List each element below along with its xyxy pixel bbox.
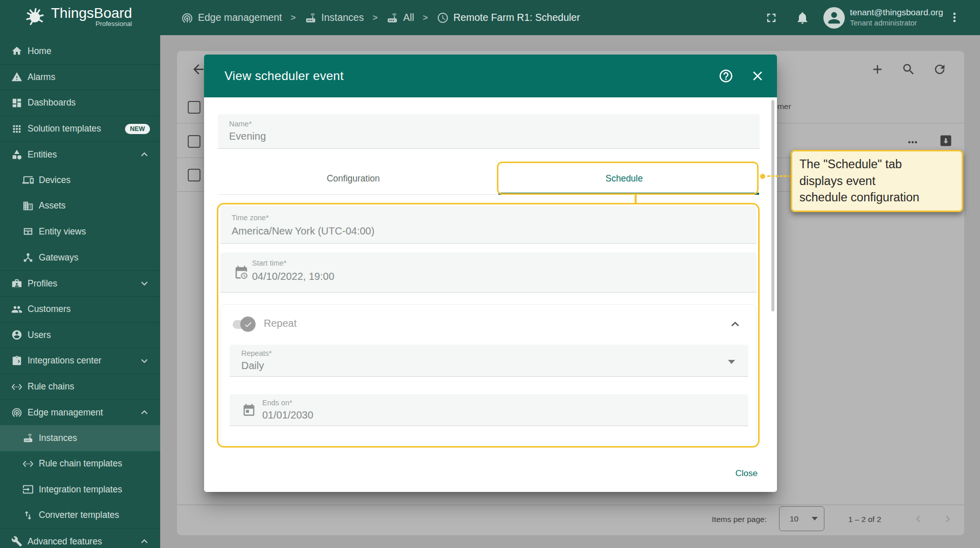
notifications-button[interactable] [795,11,810,25]
sidebar-item-rule-chains[interactable]: Rule chains [0,374,160,400]
sidebar-item-label: Assets [39,200,66,211]
start-time-label: Start time* [252,259,287,267]
chevron-right-icon [941,512,954,526]
breadcrumb-item[interactable]: Remote Farm R1: Scheduler [437,12,580,24]
overflow-menu-button[interactable] [947,10,962,24]
sidebar-item-alarms[interactable]: Alarms [0,64,160,90]
alarms-icon [11,71,22,83]
profiles-icon [11,278,22,289]
sidebar-item-label: Edge management [28,407,103,418]
row-actions-button[interactable] [906,136,919,149]
tab-schedule[interactable]: Schedule [489,163,760,194]
edge-management-icon [181,12,193,24]
calendar-clock-icon [234,265,249,280]
ends-on-field[interactable]: Ends on* 01/01/2030 [230,394,748,426]
repeats-label: Repeats* [241,349,272,357]
devices-icon [22,174,34,186]
search-button[interactable] [901,62,916,76]
sidebar-item-advanced-features[interactable]: Advanced features [0,528,160,548]
timezone-value: America/New York (UTC-04:00) [232,225,374,237]
annotation-connector-dash [767,175,791,177]
repeats-select[interactable]: Repeats* Daily [230,345,748,377]
solution-templates-icon [11,123,22,135]
sidebar-item-home[interactable]: Home [0,38,160,64]
breadcrumb-item[interactable]: All [386,12,414,24]
timezone-field[interactable]: Time zone* America/New York (UTC-04:00) [220,206,757,244]
breadcrumb-item[interactable]: Instances [305,12,364,24]
sidebar-item-rule-chain-templates[interactable]: Rule chain templates [0,451,160,477]
sidebar-item-label: Solution templates [28,123,101,134]
close-button[interactable]: Close [726,463,767,484]
app-logo[interactable]: ThingsBoard Professional [23,5,132,28]
tab-configuration[interactable]: Configuration [218,163,489,194]
new-badge: NEW [125,124,150,134]
collapse-button[interactable] [728,318,742,331]
name-label: Name* [229,120,252,128]
annotation-connector-dot [760,174,765,179]
start-time-field[interactable]: Start time* 04/10/2022, 19:00 [220,252,757,293]
chevron-up-icon [728,318,742,331]
breadcrumb-label: Edge management [198,12,282,23]
select-all-checkbox[interactable] [188,101,200,114]
user-email: tenant@thingsboard.org [850,7,943,18]
sidebar-item-profiles[interactable]: Profiles [0,270,160,296]
scheduler-icon [437,12,449,24]
items-per-page-label: Items per page: [704,515,767,524]
fullscreen-button[interactable] [764,11,778,25]
sidebar-item-dashboards[interactable]: Dashboards [0,90,160,116]
breadcrumb-label: All [403,12,414,23]
sidebar-item-solution-templates[interactable]: Solution templatesNEW [0,116,160,142]
more-horiz-icon [906,136,919,149]
page-size-value: 10 [790,514,798,524]
top-bar: ThingsBoard Professional Edge management… [0,0,980,35]
sidebar-item-label: Instances [39,433,77,443]
sidebar-item-integrations-center[interactable]: Integrations center [0,348,160,374]
instances-icon [305,12,317,24]
chevron-down-icon [139,355,150,367]
tab-ink-bar [498,193,759,195]
sidebar-item-label: Converter templates [39,510,119,520]
row-checkbox[interactable] [188,169,200,181]
sidebar-item-converter-templates[interactable]: Converter templates [0,503,160,529]
sidebar-item-entity-views[interactable]: Entity views [0,219,160,245]
repeat-toggle[interactable] [233,316,256,332]
start-time-value: 04/10/2022, 19:00 [252,271,334,282]
sidebar-item-label: Gateways [39,252,79,263]
chevron-left-icon [912,512,925,526]
previous-page-button[interactable] [912,512,925,526]
sidebar-item-instances[interactable]: Instances [0,425,160,451]
sidebar-item-integration-templates[interactable]: Integration templates [0,477,160,503]
dialog-close-button[interactable] [750,68,765,84]
dialog-tabs: Configuration Schedule [218,163,760,195]
add-button[interactable] [870,62,885,76]
name-field[interactable]: Name* Evening [218,114,760,149]
sidebar-item-label: Users [28,330,51,341]
refresh-button[interactable] [933,62,947,76]
breadcrumb: Edge management>Instances>All>Remote Far… [181,0,580,35]
sidebar-item-label: Entities [28,149,57,160]
sidebar-item-assets[interactable]: Assets [0,193,160,219]
pagination-range-label: 1 – 2 of 2 [839,515,890,524]
breadcrumb-label: Instances [321,12,364,23]
users-icon [11,329,22,341]
next-page-button[interactable] [941,512,954,526]
sidebar-item-customers[interactable]: Customers [0,296,160,322]
row-install-button[interactable] [939,134,953,148]
sidebar-item-label: Profiles [28,278,57,289]
plus-icon [870,62,885,76]
breadcrumb-item[interactable]: Edge management [181,12,282,24]
sidebar-item-entities[interactable]: Entities [0,141,160,167]
dialog-scrollbar[interactable] [771,100,774,311]
row-checkbox[interactable] [188,135,200,148]
app-name: ThingsBoard [51,6,132,21]
sidebar-item-users[interactable]: Users [0,322,160,348]
sidebar-item-edge-management[interactable]: Edge management [0,399,160,425]
app-edition: Professional [51,20,132,28]
user-avatar[interactable] [823,7,845,29]
sidebar-item-gateways[interactable]: Gateways [0,245,160,271]
dialog-help-button[interactable] [718,68,734,84]
sidebar: HomeAlarmsDashboardsSolution templatesNE… [0,35,160,548]
timezone-label: Time zone* [232,214,269,222]
sidebar-item-devices[interactable]: Devices [0,167,160,193]
page-size-select[interactable]: 10 [779,506,824,531]
